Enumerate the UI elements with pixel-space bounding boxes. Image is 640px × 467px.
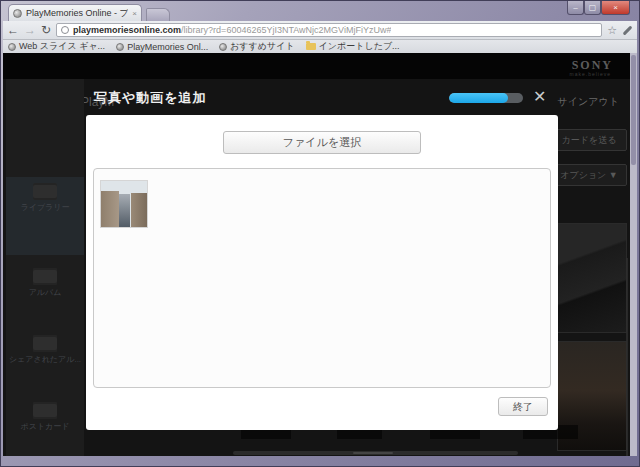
upload-progress-bar	[449, 93, 523, 103]
bookmark-item[interactable]: Web スライス ギャ...	[8, 40, 105, 53]
site-scrollbar[interactable]	[626, 258, 628, 456]
window-minimize-button[interactable]: –	[567, 1, 584, 15]
reload-icon[interactable]: ↻	[41, 24, 51, 36]
bookmark-label: PlayMemories Onl...	[127, 42, 208, 52]
tab-close-icon[interactable]: ×	[132, 9, 137, 18]
window-close-button[interactable]: ×	[601, 1, 630, 15]
browser-window: – ▢ × PlayMemories Online - プ × ← → ↻ pl…	[0, 0, 640, 467]
bookmark-favicon-icon	[116, 43, 124, 51]
tab-title: PlayMemories Online - プ	[26, 7, 128, 20]
upload-file-list	[93, 168, 551, 388]
scrollbar-thumb[interactable]	[631, 55, 636, 165]
browser-tab[interactable]: PlayMemories Online - プ ×	[8, 4, 142, 21]
sidebar-item-label: アルバム	[6, 287, 84, 304]
bookmark-label: Web スライス ギャ...	[19, 40, 105, 53]
select-file-button[interactable]: ファイルを選択	[223, 131, 421, 154]
sidebar-item-album[interactable]: アルバム	[6, 262, 84, 322]
horizontal-scrollbar[interactable]	[233, 451, 518, 455]
options-label: オプション ▼	[560, 169, 617, 182]
tab-favicon-icon	[13, 9, 22, 18]
sidebar-item-shared-albums[interactable]: シェアされたアル...	[6, 329, 84, 389]
shared-album-icon	[33, 335, 57, 352]
url-text: playmemoriesonline.com/library?rd=600462…	[73, 25, 391, 35]
uploaded-photo-thumbnail[interactable]	[100, 180, 148, 228]
sidebar: ライブラリー アルバム シェアされたアル... ポストカード	[6, 79, 84, 456]
options-dropdown[interactable]: オプション ▼	[551, 164, 627, 186]
bookmark-favicon-icon	[219, 43, 227, 51]
send-card-button[interactable]: カードを送る	[551, 129, 627, 151]
photo-road	[119, 194, 131, 227]
library-icon	[33, 183, 57, 200]
window-maximize-button[interactable]: ▢	[584, 1, 601, 15]
album-icon	[33, 268, 57, 285]
minimize-icon: –	[573, 3, 577, 12]
sony-tagline: make.believe	[570, 71, 611, 77]
bookmark-star-icon[interactable]: ☆	[607, 24, 617, 37]
dialog-close-icon[interactable]: ✕	[533, 87, 546, 106]
bookmark-item[interactable]: PlayMemories Onl...	[116, 42, 208, 52]
maximize-icon: ▢	[589, 3, 597, 12]
bookmarks-bar: Web スライス ギャ... PlayMemories Onl... おすすめサ…	[3, 40, 637, 53]
select-file-label: ファイルを選択	[283, 135, 361, 150]
send-card-label: カードを送る	[562, 134, 617, 147]
photo-building-right	[131, 193, 147, 227]
url-path: /library?rd=60046265YjI3NTAwNjc2MGViMjFi…	[181, 25, 391, 35]
progress-fill	[449, 93, 508, 103]
photo-building-left	[101, 191, 119, 227]
bookmark-favicon-icon	[8, 43, 16, 51]
back-icon[interactable]: ←	[7, 24, 19, 36]
url-domain: playmemoriesonline.com	[73, 25, 181, 35]
folder-icon	[306, 43, 316, 50]
finish-label: 終了	[513, 400, 533, 414]
browser-toolbar: ← → ↻ playmemoriesonline.com/library?rd=…	[3, 21, 637, 40]
forward-icon[interactable]: →	[24, 24, 36, 36]
bookmark-item[interactable]: インポートしたブ...	[306, 40, 400, 53]
page-security-icon	[61, 26, 69, 34]
sidebar-item-label: シェアされたアル...	[6, 354, 84, 371]
dialog-title: 写真や動画を追加	[94, 89, 207, 107]
sidebar-item-postcard[interactable]: ポストカード	[6, 396, 84, 456]
new-tab-button[interactable]	[146, 8, 170, 21]
signout-link[interactable]: サインアウト	[558, 95, 619, 109]
site-header: SONY make.believe	[3, 53, 637, 79]
finish-button[interactable]: 終了	[498, 397, 548, 416]
address-bar[interactable]: playmemoriesonline.com/library?rd=600462…	[56, 23, 602, 37]
bookmark-item[interactable]: おすすめサイト	[219, 40, 294, 53]
sidebar-item-label: ライブラリー	[6, 202, 84, 219]
browser-scrollbar[interactable]	[630, 53, 637, 456]
postcard-icon	[33, 402, 57, 419]
bookmark-label: インポートしたブ...	[319, 40, 400, 53]
background-photo-thumbnail	[557, 223, 627, 333]
settings-wrench-icon[interactable]	[622, 25, 633, 36]
upload-dialog-panel: ファイルを選択 終了	[86, 115, 558, 430]
bookmark-label: おすすめサイト	[230, 40, 294, 53]
sidebar-item-library[interactable]: ライブラリー	[6, 177, 84, 255]
sidebar-item-label: ポストカード	[6, 421, 84, 438]
close-icon: ×	[613, 3, 618, 12]
scrollbar-thumb[interactable]	[353, 452, 393, 454]
